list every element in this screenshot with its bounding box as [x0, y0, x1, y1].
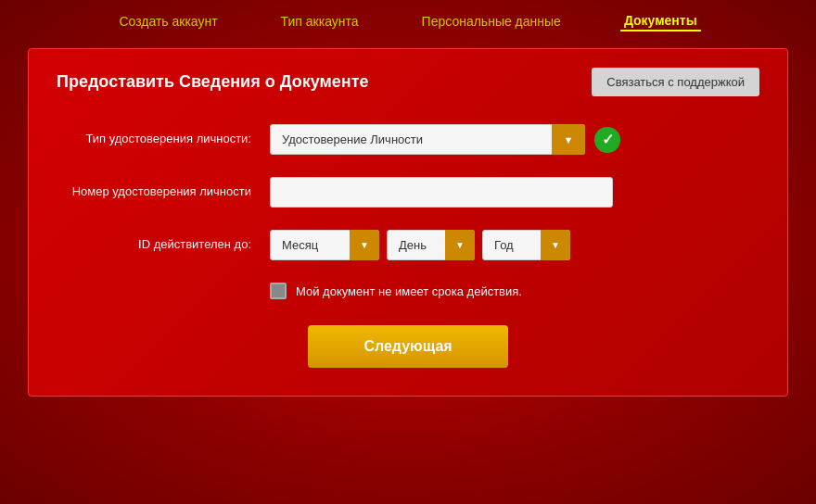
nav-item-create-account[interactable]: Создать аккаунт	[115, 12, 221, 31]
card-title: Предоставить Сведения о Документе	[57, 72, 369, 92]
id-number-label: Номер удостоверения личности	[57, 183, 270, 200]
id-type-label: Тип удостоверения личности:	[57, 131, 270, 147]
date-group: Месяц День Год	[270, 230, 570, 260]
main-card: Предоставить Сведения о Документе Связат…	[28, 48, 788, 397]
id-number-row: Номер удостоверения личности	[57, 177, 759, 208]
id-type-control-group: Удостоверение Личности	[270, 124, 620, 155]
id-expiry-row: ID действителен до: Месяц День Год	[57, 230, 759, 260]
nav-item-personal-data[interactable]: Персональные данные	[418, 12, 565, 31]
nav-item-account-type[interactable]: Тип аккаунта	[277, 12, 363, 31]
id-expiry-label: ID действителен до:	[57, 236, 270, 253]
id-type-select[interactable]: Удостоверение Личности	[270, 124, 585, 155]
support-button[interactable]: Связаться с поддержкой	[592, 68, 759, 96]
month-select-wrapper: Месяц	[270, 230, 379, 260]
id-type-select-wrapper: Удостоверение Личности	[270, 124, 585, 155]
next-button[interactable]: Следующая	[308, 325, 507, 368]
year-select-wrapper: Год	[482, 230, 570, 260]
id-number-input[interactable]	[270, 177, 613, 208]
next-button-container: Следующая	[57, 325, 759, 368]
id-type-row: Тип удостоверения личности: Удостоверени…	[57, 124, 759, 155]
card-header: Предоставить Сведения о Документе Связат…	[57, 68, 759, 96]
day-select[interactable]: День	[387, 230, 475, 260]
day-select-wrapper: День	[387, 230, 475, 260]
top-navigation: Создать аккаунт Тип аккаунта Персональны…	[0, 0, 816, 39]
month-select[interactable]: Месяц	[270, 230, 379, 260]
no-expiry-row: Мой документ не имеет срока действия.	[270, 283, 759, 299]
no-expiry-checkbox[interactable]	[270, 283, 287, 299]
nav-item-documents[interactable]: Документы	[620, 11, 701, 32]
year-select[interactable]: Год	[482, 230, 570, 260]
no-expiry-label: Мой документ не имеет срока действия.	[296, 284, 522, 298]
id-type-check-icon	[594, 127, 620, 153]
